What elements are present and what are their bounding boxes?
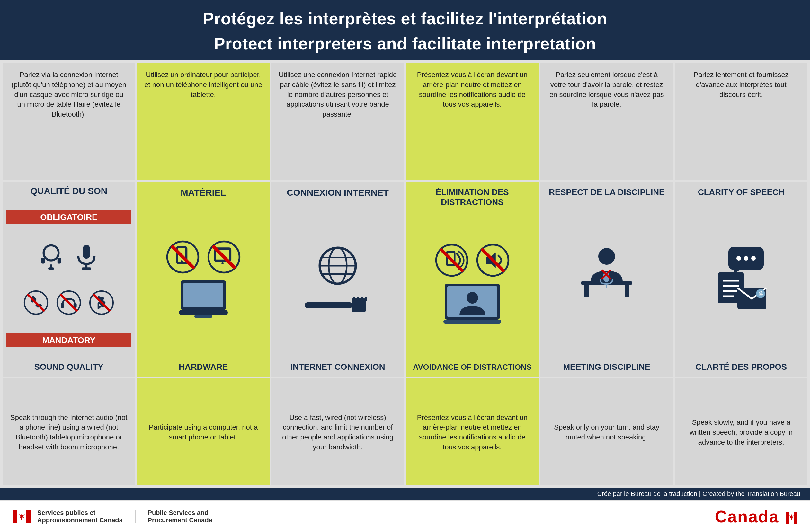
canada-wordmark-flag xyxy=(785,512,797,523)
mid-cell-clarity: CLARITY OF SPEECH xyxy=(675,181,808,377)
distractions-icons xyxy=(434,209,511,360)
top-cell-sound-quality: Parlez via la connexion Internet (plutôt… xyxy=(3,63,135,180)
bot-cell-hardware: Participate using a computer, not a smar… xyxy=(137,378,270,485)
sq-label-en: SOUND QUALITY xyxy=(34,362,103,372)
hardware-icon-row xyxy=(165,239,242,275)
svg-rect-27 xyxy=(179,310,228,315)
header-divider xyxy=(91,31,719,31)
clarity-label-fr: CLARITY OF SPEECH xyxy=(698,187,784,197)
svg-rect-79 xyxy=(794,512,797,523)
svg-point-48 xyxy=(467,292,478,304)
svg-rect-4 xyxy=(48,267,54,270)
top-cell-internet: Utilisez une connexion Internet rapide p… xyxy=(272,63,404,180)
microphone-icon xyxy=(72,242,101,271)
bot-cell-sound-quality: Speak through the Internet audio (not a … xyxy=(3,378,135,485)
svg-rect-37 xyxy=(357,296,359,301)
svg-rect-54 xyxy=(625,285,629,297)
internet-label-en: INTERNET CONNEXION xyxy=(290,362,385,372)
footer-dept-fr: Services publics etApprovisionnement Can… xyxy=(37,509,123,524)
top-cell-clarity: Parlez lentement et fournissez d'avance … xyxy=(675,63,808,180)
svg-rect-76 xyxy=(21,517,22,520)
internet-label-fr: CONNEXION INTERNET xyxy=(287,187,389,198)
hardware-label-en: HARDWARE xyxy=(179,362,228,372)
canada-flag-icon xyxy=(13,511,31,523)
svg-point-0 xyxy=(44,245,59,260)
svg-point-62 xyxy=(744,256,748,260)
svg-rect-11 xyxy=(61,303,64,308)
svg-rect-28 xyxy=(194,315,212,318)
no-headphones-icon xyxy=(55,289,82,316)
svg-rect-2 xyxy=(58,258,61,263)
svg-text:@: @ xyxy=(759,291,764,296)
bot-cell-discipline: Speak only on your turn, and stay muted … xyxy=(540,378,673,485)
person-muted-icon xyxy=(574,243,639,314)
svg-rect-34 xyxy=(305,302,353,308)
svg-rect-39 xyxy=(365,296,367,301)
svg-rect-5 xyxy=(83,245,90,259)
svg-rect-81 xyxy=(791,518,792,520)
svg-rect-1 xyxy=(42,258,45,263)
mid-cell-distractions: ÉLIMINATION DES DISTRACTIONS xyxy=(406,181,539,377)
header-title-en: Protect interpreters and facilitate inte… xyxy=(13,34,797,53)
ethernet-cable-icon xyxy=(304,294,371,317)
footer-left: Services publics etApprovisionnement Can… xyxy=(13,509,212,524)
top-cell-hardware: Utilisez un ordinateur pour participer, … xyxy=(137,63,270,180)
svg-rect-77 xyxy=(785,512,789,523)
svg-rect-72 xyxy=(13,511,17,523)
no-bluetooth-icon xyxy=(88,289,115,316)
svg-point-61 xyxy=(736,256,741,260)
bot-cell-distractions: Présentez-vous à l'écran devant un arriè… xyxy=(406,378,539,485)
footer-dept: Services publics etApprovisionnement Can… xyxy=(37,509,123,524)
header: Protégez les interprètes et facilitez l'… xyxy=(0,0,810,60)
top-cell-discipline: Parlez seulement lorsque c'est à votre t… xyxy=(540,63,673,180)
page: Protégez les interprètes et facilitez l'… xyxy=(0,0,810,532)
hardware-icons xyxy=(165,199,242,359)
no-phone-icon xyxy=(23,289,49,316)
svg-point-18 xyxy=(181,260,183,262)
sq-mandatory-en: MANDATORY xyxy=(6,334,131,347)
canada-wordmark: Canada xyxy=(715,507,797,526)
main-grid: Parlez via la connexion Internet (plutôt… xyxy=(0,60,810,488)
mid-cell-internet: CONNEXION INTERNET xyxy=(272,181,404,377)
speech-document-icon: @ xyxy=(709,243,773,314)
footer-credit: Créé par le Bureau de la traduction | Cr… xyxy=(0,488,810,500)
footer-dept-en-area: Public Services andProcurement Canada xyxy=(148,509,212,524)
distractions-label-fr: ÉLIMINATION DES DISTRACTIONS xyxy=(410,187,535,207)
svg-rect-36 xyxy=(353,296,355,301)
discipline-label-fr: RESPECT DE LA DISCIPLINE xyxy=(549,187,664,197)
no-tablet-icon xyxy=(206,239,242,275)
distraction-icon-row xyxy=(434,243,511,278)
footer-dept-en: Public Services andProcurement Canada xyxy=(148,509,212,524)
discipline-label-en: MEETING DISCIPLINE xyxy=(563,362,650,372)
top-cell-distractions: Présentez-vous à l'écran devant un arriè… xyxy=(406,63,539,180)
svg-point-51 xyxy=(598,248,615,265)
distractions-label-en: AVOIDANCE OF DISTRACTIONS xyxy=(413,363,531,372)
svg-rect-7 xyxy=(82,267,91,270)
svg-rect-74 xyxy=(26,511,31,523)
clarity-label-en: CLARTÉ DES PROPOS xyxy=(695,362,787,372)
svg-point-63 xyxy=(751,256,756,260)
person-screen-icon xyxy=(440,280,504,329)
hardware-label-fr: MATÉRIEL xyxy=(181,187,226,198)
headset-icon xyxy=(37,242,66,271)
header-title-fr: Protégez les interprètes et facilitez l'… xyxy=(13,9,797,28)
mid-cell-hardware: MATÉRIEL xyxy=(137,181,270,377)
svg-rect-50 xyxy=(443,320,501,323)
svg-point-22 xyxy=(221,262,224,264)
no-sound-icon xyxy=(475,243,511,278)
globe-icon xyxy=(312,243,363,294)
mid-cell-sound-quality: QUALITÉ DU SON OBLIGATOIRE xyxy=(3,181,135,377)
internet-icons xyxy=(304,199,371,359)
footer-bar: Services publics etApprovisionnement Can… xyxy=(0,500,810,532)
no-vibration-icon xyxy=(434,243,469,278)
sq-icons-top xyxy=(37,242,101,271)
no-smartphone-icon xyxy=(165,239,200,275)
laptop-icon xyxy=(171,277,236,322)
bot-cell-clarity: Speak slowly, and if you have a written … xyxy=(675,378,808,485)
clarity-icons: @ xyxy=(709,198,773,359)
sq-label-fr: QUALITÉ DU SON xyxy=(30,186,107,196)
bot-cell-internet: Use a fast, wired (not wireless) connect… xyxy=(272,378,404,485)
sq-icons-bottom xyxy=(23,289,115,316)
mid-cell-discipline: RESPECT DE LA DISCIPLINE xyxy=(540,181,673,377)
sq-mandatory-fr: OBLIGATOIRE xyxy=(6,210,131,224)
